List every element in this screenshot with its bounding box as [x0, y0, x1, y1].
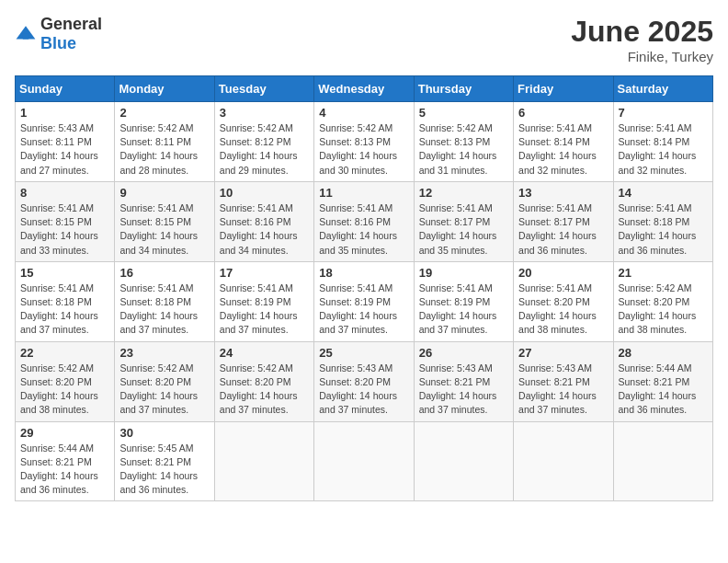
- calendar-week-row: 22Sunrise: 5:42 AMSunset: 8:20 PMDayligh…: [16, 341, 713, 421]
- calendar-header-row: Sunday Monday Tuesday Wednesday Thursday…: [16, 76, 713, 102]
- calendar-day-cell: 17Sunrise: 5:41 AMSunset: 8:19 PMDayligh…: [214, 261, 313, 341]
- calendar-day-cell: [514, 421, 613, 501]
- day-details: Sunrise: 5:41 AMSunset: 8:14 PMDaylight:…: [518, 121, 608, 178]
- calendar-day-cell: 7Sunrise: 5:41 AMSunset: 8:14 PMDaylight…: [613, 102, 712, 182]
- calendar-day-cell: [214, 421, 313, 501]
- day-details: Sunrise: 5:41 AMSunset: 8:19 PMDaylight:…: [220, 282, 309, 338]
- day-details: Sunrise: 5:41 AMSunset: 8:19 PMDaylight:…: [319, 282, 408, 338]
- day-details: Sunrise: 5:42 AMSunset: 8:12 PMDaylight:…: [220, 121, 309, 178]
- calendar-day-cell: 15Sunrise: 5:41 AMSunset: 8:18 PMDayligh…: [16, 261, 115, 341]
- day-number: 22: [20, 346, 109, 360]
- calendar-day-cell: 6Sunrise: 5:41 AMSunset: 8:14 PMDaylight…: [514, 102, 613, 182]
- calendar-day-cell: 30Sunrise: 5:45 AMSunset: 8:21 PMDayligh…: [115, 421, 214, 501]
- col-wednesday: Wednesday: [314, 76, 414, 102]
- col-monday: Monday: [115, 76, 214, 102]
- day-number: 13: [518, 186, 608, 200]
- day-details: Sunrise: 5:41 AMSunset: 8:20 PMDaylight:…: [518, 282, 608, 338]
- month-title: June 2025: [571, 15, 713, 49]
- day-details: Sunrise: 5:41 AMSunset: 8:15 PMDaylight:…: [119, 201, 209, 258]
- day-details: Sunrise: 5:43 AMSunset: 8:21 PMDaylight:…: [419, 362, 508, 418]
- calendar-day-cell: 9Sunrise: 5:41 AMSunset: 8:15 PMDaylight…: [115, 181, 214, 261]
- svg-rect-1: [23, 33, 28, 39]
- calendar-day-cell: [314, 421, 414, 501]
- location-title: Finike, Turkey: [571, 49, 713, 64]
- calendar-day-cell: 23Sunrise: 5:42 AMSunset: 8:20 PMDayligh…: [115, 341, 214, 421]
- day-number: 6: [518, 106, 608, 120]
- calendar-week-row: 15Sunrise: 5:41 AMSunset: 8:18 PMDayligh…: [16, 261, 713, 341]
- calendar-day-cell: [613, 421, 712, 501]
- calendar-day-cell: 24Sunrise: 5:42 AMSunset: 8:20 PMDayligh…: [214, 341, 313, 421]
- day-number: 5: [419, 106, 508, 120]
- day-details: Sunrise: 5:41 AMSunset: 8:18 PMDaylight:…: [619, 201, 708, 258]
- day-details: Sunrise: 5:42 AMSunset: 8:13 PMDaylight:…: [419, 121, 508, 178]
- calendar-day-cell: 27Sunrise: 5:43 AMSunset: 8:21 PMDayligh…: [514, 341, 613, 421]
- day-number: 7: [619, 106, 708, 120]
- calendar-day-cell: 20Sunrise: 5:41 AMSunset: 8:20 PMDayligh…: [514, 261, 613, 341]
- calendar-table: Sunday Monday Tuesday Wednesday Thursday…: [15, 75, 713, 501]
- page-header: General Blue June 2025 Finike, Turkey: [15, 15, 713, 64]
- calendar-week-row: 29Sunrise: 5:44 AMSunset: 8:21 PMDayligh…: [16, 421, 713, 501]
- calendar-day-cell: 16Sunrise: 5:41 AMSunset: 8:18 PMDayligh…: [115, 261, 214, 341]
- logo-icon: [15, 23, 37, 45]
- day-number: 3: [220, 106, 309, 120]
- calendar-day-cell: 28Sunrise: 5:44 AMSunset: 8:21 PMDayligh…: [613, 341, 712, 421]
- day-number: 17: [220, 266, 309, 280]
- day-number: 23: [119, 346, 209, 360]
- logo-blue: Blue: [40, 34, 76, 52]
- day-details: Sunrise: 5:43 AMSunset: 8:11 PMDaylight:…: [20, 121, 109, 178]
- day-number: 26: [419, 346, 508, 360]
- calendar-day-cell: [414, 421, 513, 501]
- day-details: Sunrise: 5:41 AMSunset: 8:18 PMDaylight:…: [20, 282, 109, 338]
- calendar-day-cell: 21Sunrise: 5:42 AMSunset: 8:20 PMDayligh…: [613, 261, 712, 341]
- day-details: Sunrise: 5:42 AMSunset: 8:20 PMDaylight:…: [119, 362, 209, 418]
- calendar-day-cell: 13Sunrise: 5:41 AMSunset: 8:17 PMDayligh…: [514, 181, 613, 261]
- calendar-day-cell: 11Sunrise: 5:41 AMSunset: 8:16 PMDayligh…: [314, 181, 414, 261]
- day-number: 1: [20, 106, 109, 120]
- day-number: 8: [20, 186, 109, 200]
- calendar-day-cell: 22Sunrise: 5:42 AMSunset: 8:20 PMDayligh…: [16, 341, 115, 421]
- calendar-day-cell: 12Sunrise: 5:41 AMSunset: 8:17 PMDayligh…: [414, 181, 513, 261]
- col-tuesday: Tuesday: [214, 76, 313, 102]
- day-details: Sunrise: 5:41 AMSunset: 8:16 PMDaylight:…: [319, 201, 408, 258]
- calendar-day-cell: 29Sunrise: 5:44 AMSunset: 8:21 PMDayligh…: [16, 421, 115, 501]
- day-details: Sunrise: 5:42 AMSunset: 8:11 PMDaylight:…: [119, 121, 209, 178]
- day-details: Sunrise: 5:42 AMSunset: 8:20 PMDaylight:…: [220, 362, 309, 418]
- day-details: Sunrise: 5:44 AMSunset: 8:21 PMDaylight:…: [20, 442, 109, 498]
- calendar-day-cell: 1Sunrise: 5:43 AMSunset: 8:11 PMDaylight…: [16, 102, 115, 182]
- title-block: June 2025 Finike, Turkey: [571, 15, 713, 64]
- day-number: 16: [119, 266, 209, 280]
- day-details: Sunrise: 5:43 AMSunset: 8:21 PMDaylight:…: [518, 362, 608, 418]
- calendar-day-cell: 4Sunrise: 5:42 AMSunset: 8:13 PMDaylight…: [314, 102, 414, 182]
- day-details: Sunrise: 5:42 AMSunset: 8:13 PMDaylight:…: [319, 121, 408, 178]
- logo: General Blue: [15, 15, 102, 53]
- day-details: Sunrise: 5:43 AMSunset: 8:20 PMDaylight:…: [319, 362, 408, 418]
- calendar-day-cell: 3Sunrise: 5:42 AMSunset: 8:12 PMDaylight…: [214, 102, 313, 182]
- col-thursday: Thursday: [414, 76, 513, 102]
- calendar-day-cell: 18Sunrise: 5:41 AMSunset: 8:19 PMDayligh…: [314, 261, 414, 341]
- day-details: Sunrise: 5:41 AMSunset: 8:16 PMDaylight:…: [220, 201, 309, 258]
- logo-general: General: [40, 15, 102, 33]
- col-saturday: Saturday: [613, 76, 712, 102]
- calendar-day-cell: 25Sunrise: 5:43 AMSunset: 8:20 PMDayligh…: [314, 341, 414, 421]
- day-number: 10: [220, 186, 309, 200]
- day-details: Sunrise: 5:44 AMSunset: 8:21 PMDaylight:…: [619, 362, 708, 418]
- day-number: 4: [319, 106, 408, 120]
- logo-text: General Blue: [40, 15, 102, 53]
- day-number: 21: [619, 266, 708, 280]
- calendar-day-cell: 8Sunrise: 5:41 AMSunset: 8:15 PMDaylight…: [16, 181, 115, 261]
- day-details: Sunrise: 5:42 AMSunset: 8:20 PMDaylight:…: [20, 362, 109, 418]
- day-details: Sunrise: 5:41 AMSunset: 8:15 PMDaylight:…: [20, 201, 109, 258]
- calendar-day-cell: 5Sunrise: 5:42 AMSunset: 8:13 PMDaylight…: [414, 102, 513, 182]
- calendar-day-cell: 14Sunrise: 5:41 AMSunset: 8:18 PMDayligh…: [613, 181, 712, 261]
- day-number: 25: [319, 346, 408, 360]
- day-number: 14: [619, 186, 708, 200]
- day-number: 24: [220, 346, 309, 360]
- day-details: Sunrise: 5:41 AMSunset: 8:14 PMDaylight:…: [619, 121, 708, 178]
- calendar-day-cell: 2Sunrise: 5:42 AMSunset: 8:11 PMDaylight…: [115, 102, 214, 182]
- calendar-week-row: 8Sunrise: 5:41 AMSunset: 8:15 PMDaylight…: [16, 181, 713, 261]
- day-number: 30: [119, 426, 209, 440]
- day-number: 11: [319, 186, 408, 200]
- calendar-day-cell: 10Sunrise: 5:41 AMSunset: 8:16 PMDayligh…: [214, 181, 313, 261]
- day-number: 18: [319, 266, 408, 280]
- calendar-day-cell: 26Sunrise: 5:43 AMSunset: 8:21 PMDayligh…: [414, 341, 513, 421]
